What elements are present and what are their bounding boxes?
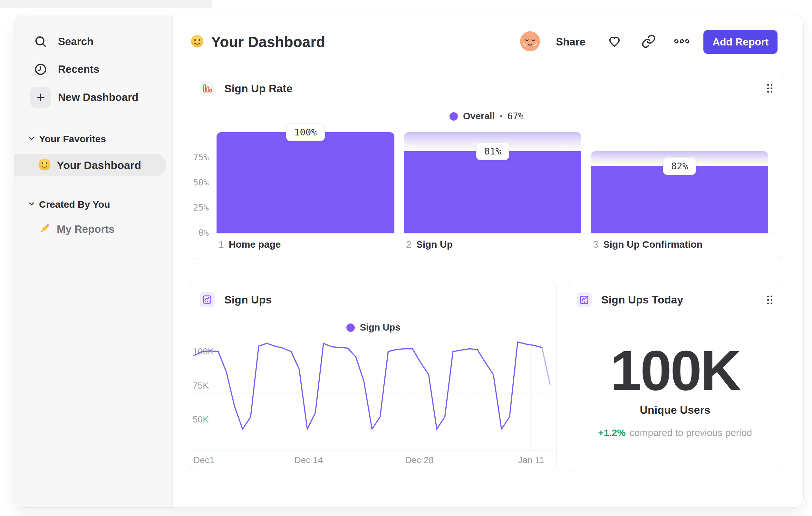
line-chart-svg <box>190 337 556 451</box>
sidebar-item-label: Your Dashboard <box>57 159 141 171</box>
page-title: Your Dashboard <box>191 15 325 69</box>
sidebar-section-created-by-you[interactable]: Created By You <box>27 197 110 212</box>
metric-value: 100K <box>567 342 783 399</box>
legend-series-label: Sign Ups <box>360 322 401 333</box>
funnel-plot: 75%50%25%0%100%1Home page81%2Sign Up82%3… <box>190 70 783 259</box>
main-content: Your Dashboard Share <box>172 15 803 507</box>
sidebar-section-your-favorites[interactable]: Your Favorites <box>27 131 106 147</box>
funnel-bar[interactable] <box>591 166 768 233</box>
line-x-tick: Jan 11 <box>518 455 544 465</box>
metric-label: Unique Users <box>567 404 783 416</box>
metric-delta-row: +1.2% compared to previous period <box>567 427 783 438</box>
sidebar-item-my-reports[interactable]: My Reports <box>38 219 115 240</box>
metric-delta: +1.2% <box>598 427 626 438</box>
funnel-y-tick: 75% <box>190 152 209 163</box>
funnel-axis-line <box>194 233 773 234</box>
pencil-emoji-icon <box>38 222 51 236</box>
funnel-step-name: Sign Up <box>416 239 453 250</box>
funnel-value-label: 81% <box>476 142 509 160</box>
funnel-bar[interactable] <box>216 132 395 233</box>
sidebar-section-label: Created By You <box>39 199 110 210</box>
line-x-tick: Dec1 <box>193 455 214 465</box>
chevron-down-icon <box>27 134 36 144</box>
page-title-text: Your Dashboard <box>211 33 325 51</box>
drag-handle-icon[interactable] <box>766 295 773 305</box>
sidebar-item-new-dashboard[interactable]: New Dashboard <box>30 87 138 108</box>
funnel-step-name: Sign Up Confirmation <box>603 239 702 250</box>
card-title: Sign Ups <box>224 294 272 306</box>
funnel-bar[interactable] <box>404 151 581 233</box>
sidebar-item-search[interactable]: Search <box>30 31 93 52</box>
sidebar-item-label: My Reports <box>57 223 115 236</box>
funnel-step-number: 3 <box>593 239 598 250</box>
sign-ups-today-card: Sign Ups Today 100K Unique Users <box>567 281 783 470</box>
line-x-tick: Dec 14 <box>294 455 323 465</box>
funnel-step-label: 1Home page <box>219 239 281 250</box>
legend-dot-icon <box>346 323 355 332</box>
line-legend[interactable]: Sign Ups <box>190 318 556 337</box>
avatar[interactable] <box>520 31 540 52</box>
clock-icon <box>30 59 51 80</box>
copy-link-button[interactable] <box>641 33 656 49</box>
sidebar-item-label: Recents <box>58 63 99 76</box>
search-icon <box>30 31 51 52</box>
line-plot: 100K75K50K <box>190 337 556 451</box>
share-button[interactable]: Share <box>554 15 587 69</box>
favorite-heart-button[interactable] <box>607 33 622 49</box>
sidebar: Search Recents New Dashboard <box>14 15 173 507</box>
metric-body: 100K Unique Users +1.2% compared to prev… <box>567 318 783 438</box>
funnel-y-tick: 25% <box>190 202 209 213</box>
sign-ups-card: Sign Ups Sign Ups 100K75K50K Dec1Dec 14D… <box>190 281 557 470</box>
funnel-step-number: 1 <box>219 239 224 250</box>
line-x-tick: Dec 28 <box>405 455 434 465</box>
metric-delta-note: compared to previous period <box>630 427 752 438</box>
smiley-emoji-icon <box>191 34 204 49</box>
sidebar-item-recents[interactable]: Recents <box>30 59 99 80</box>
line-xaxis: Dec1Dec 14Dec 28Jan 11 <box>190 451 556 470</box>
funnel-value-label: 100% <box>286 124 325 141</box>
smiley-emoji-icon <box>38 158 51 172</box>
funnel-step-name: Home page <box>229 239 281 250</box>
sidebar-item-label: Search <box>58 35 93 48</box>
more-options-ellipsis-button[interactable] <box>674 33 690 49</box>
funnel-step-number: 2 <box>406 239 411 250</box>
card-title: Sign Ups Today <box>601 294 683 306</box>
sign-ups-card-header: Sign Ups <box>190 281 556 318</box>
sign-ups-today-card-header: Sign Ups Today <box>567 281 783 318</box>
chevron-down-icon <box>27 200 36 209</box>
plus-icon <box>30 87 51 108</box>
line-chart-icon <box>577 293 591 307</box>
funnel-y-tick: 50% <box>190 177 209 188</box>
line-chart-icon <box>200 292 214 307</box>
top-strip <box>0 0 212 8</box>
funnel-step-label: 3Sign Up Confirmation <box>593 239 702 250</box>
app-window: Search Recents New Dashboard <box>14 15 804 508</box>
sidebar-item-your-dashboard[interactable]: Your Dashboard <box>14 154 166 176</box>
add-report-button[interactable]: Add Report <box>703 30 778 54</box>
sidebar-section-label: Your Favorites <box>39 134 106 144</box>
screenshot-root: Search Recents New Dashboard <box>0 0 812 516</box>
sign-up-rate-card: Sign Up Rate Overall • <box>190 70 783 259</box>
sidebar-item-label: New Dashboard <box>58 91 138 104</box>
funnel-step-label: 2Sign Up <box>406 239 453 250</box>
funnel-value-label: 82% <box>663 157 696 175</box>
